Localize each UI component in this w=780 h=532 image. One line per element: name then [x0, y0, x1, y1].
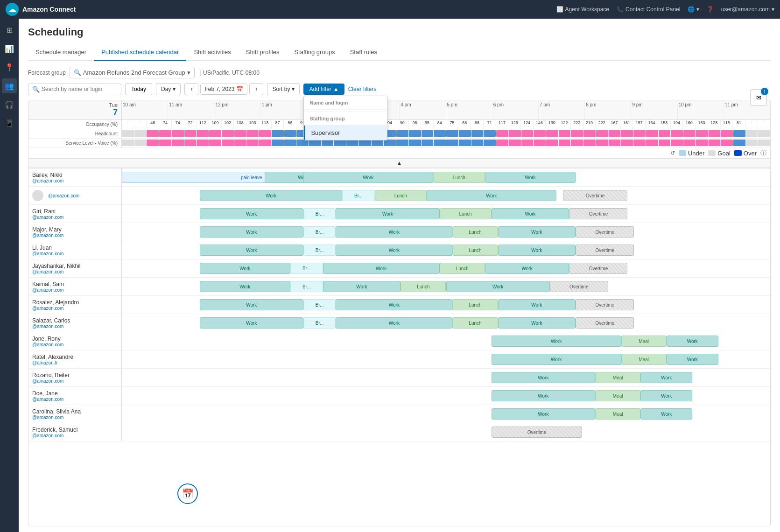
shift-block[interactable]: Lunch	[440, 208, 492, 219]
tab-staffing-groups[interactable]: Staffing groups	[287, 44, 342, 61]
user-menu[interactable]: user@amazon.com ▾	[721, 6, 774, 13]
shift-block[interactable]: Overtime	[576, 245, 634, 256]
sort-dropdown[interactable]: Sort by ▾	[267, 83, 300, 95]
forecast-select[interactable]: 🔍 Amazon Refunds 2nd Forecast Group ▾	[70, 67, 195, 78]
shift-block[interactable]: Overtime	[576, 226, 634, 238]
tab-shift-activities[interactable]: Shift activities	[186, 44, 238, 61]
shift-block[interactable]: Overtime	[576, 299, 634, 310]
shift-block[interactable]: Meal	[595, 408, 640, 420]
shift-block[interactable]: Work	[336, 299, 452, 310]
shift-block[interactable]: Work	[498, 226, 576, 238]
shift-block[interactable]: Overtime	[550, 281, 608, 292]
agent-workspace-link[interactable]: ⬜ Agent Workspace	[556, 6, 610, 13]
shift-block[interactable]: Work	[200, 245, 303, 256]
shift-block[interactable]: Work	[200, 226, 303, 238]
shift-block[interactable]: Work	[485, 172, 576, 183]
shift-block[interactable]: Work	[492, 390, 595, 401]
shift-block[interactable]: Lunch	[433, 172, 485, 183]
shift-block[interactable]: Meal	[621, 336, 667, 347]
shift-block[interactable]: Br...	[303, 208, 336, 219]
shift-block[interactable]: Work	[336, 245, 452, 256]
shift-block[interactable]: Work	[640, 372, 692, 383]
shift-block[interactable]: Work	[200, 317, 303, 329]
shift-block[interactable]: Br...	[303, 226, 336, 238]
shift-block[interactable]: Meal	[595, 390, 640, 401]
service-level-bar	[596, 140, 608, 146]
tab-published-calendar[interactable]: Published schedule calendar	[94, 44, 186, 61]
today-button[interactable]: Today	[125, 83, 152, 95]
tab-shift-profiles[interactable]: Shift profiles	[239, 44, 287, 61]
shift-block[interactable]: Overtime	[576, 317, 634, 329]
shift-block[interactable]: Meal	[595, 372, 640, 383]
shift-block[interactable]: Work	[498, 245, 576, 256]
shift-block[interactable]: Work	[446, 281, 550, 292]
sidebar-item-pin[interactable]: 📍	[2, 60, 17, 75]
clear-filters-button[interactable]: Clear filters	[348, 86, 377, 92]
shift-block[interactable]: Overtime	[569, 263, 627, 274]
shift-block[interactable]: Br...	[290, 263, 323, 274]
filter-dropdown-supervisor[interactable]: Supervisor	[304, 126, 387, 140]
global-settings-link[interactable]: 🌐 ▾	[688, 6, 699, 13]
help-link[interactable]: ❓	[707, 6, 714, 13]
sidebar-item-people[interactable]: 👥	[2, 78, 17, 93]
next-date-button[interactable]: ›	[249, 83, 263, 95]
sidebar-item-grid[interactable]: ⊞	[2, 22, 17, 37]
notification-button[interactable]: ✉ 1	[750, 89, 767, 106]
calendar-float-icon[interactable]: 📅	[177, 483, 198, 504]
shift-block[interactable]: Work	[336, 317, 452, 329]
tab-schedule-manager[interactable]: Schedule manager	[28, 44, 94, 61]
shift-block[interactable]: Work	[492, 372, 595, 383]
shift-block[interactable]: Lunch	[375, 190, 427, 201]
shift-block[interactable]: Lunch	[452, 317, 498, 329]
day-dropdown[interactable]: Day ▾	[156, 83, 181, 95]
shift-block[interactable]: Lunch	[401, 281, 446, 292]
shift-block[interactable]: Br...	[303, 317, 336, 329]
refresh-icon[interactable]: ↺	[670, 150, 675, 156]
date-picker[interactable]: Feb 7, 2023 📅	[200, 84, 247, 95]
shift-block[interactable]: Work	[303, 172, 433, 183]
shift-block[interactable]: Lunch	[440, 263, 485, 274]
shift-block[interactable]: Work	[200, 208, 303, 219]
shift-block[interactable]: Work	[485, 263, 569, 274]
prev-date-button[interactable]: ‹	[184, 83, 198, 95]
shift-block[interactable]: Work	[200, 299, 303, 310]
shift-block[interactable]: Meal	[621, 354, 667, 365]
shift-block[interactable]: Lunch	[452, 299, 498, 310]
contact-control-link[interactable]: 📞 Contact Control Panel	[617, 6, 680, 13]
shift-block[interactable]: Work	[492, 208, 569, 219]
shift-block[interactable]: Br...	[303, 299, 336, 310]
shift-block[interactable]: Work	[667, 336, 718, 347]
shift-block[interactable]: Work	[427, 190, 556, 201]
shift-block[interactable]: Work	[323, 281, 401, 292]
shift-block[interactable]: Overtime	[563, 190, 628, 201]
shift-block[interactable]: Work	[498, 299, 576, 310]
shift-block[interactable]: Work	[498, 317, 576, 329]
shift-block[interactable]: Work	[640, 408, 692, 420]
shift-block[interactable]: Work	[200, 281, 290, 292]
shift-block[interactable]: Work	[492, 354, 621, 365]
shift-block[interactable]: Br...	[290, 281, 323, 292]
shift-block[interactable]: Work	[200, 263, 290, 274]
sidebar-item-chart[interactable]: 📊	[2, 41, 17, 56]
shift-block[interactable]: Work	[336, 208, 439, 219]
shift-block[interactable]: Work	[336, 226, 452, 238]
tab-staff-rules[interactable]: Staff rules	[343, 44, 385, 61]
sidebar-item-phone[interactable]: 📱	[2, 116, 17, 131]
shift-block[interactable]: Br...	[303, 245, 336, 256]
shift-block[interactable]: Lunch	[452, 226, 498, 238]
shift-block[interactable]: Work	[492, 408, 595, 420]
shift-block[interactable]: Overtime	[569, 208, 627, 219]
search-box[interactable]: 🔍	[28, 84, 121, 95]
add-filter-button[interactable]: Add filter ▲	[303, 84, 344, 95]
shift-block[interactable]: Work	[640, 390, 692, 401]
shift-block[interactable]: Work	[323, 263, 440, 274]
shift-block[interactable]: Work	[667, 354, 718, 365]
shift-block[interactable]: Lunch	[452, 245, 498, 256]
shift-block[interactable]: Br...	[342, 190, 374, 201]
shift-block[interactable]: Overtime	[492, 427, 582, 438]
sidebar-item-headset[interactable]: 🎧	[2, 97, 17, 112]
collapse-metrics-button[interactable]: ▲	[28, 159, 770, 168]
shift-block[interactable]: Work	[492, 336, 621, 347]
shift-block[interactable]: Work	[200, 190, 343, 201]
search-input[interactable]	[42, 86, 117, 92]
